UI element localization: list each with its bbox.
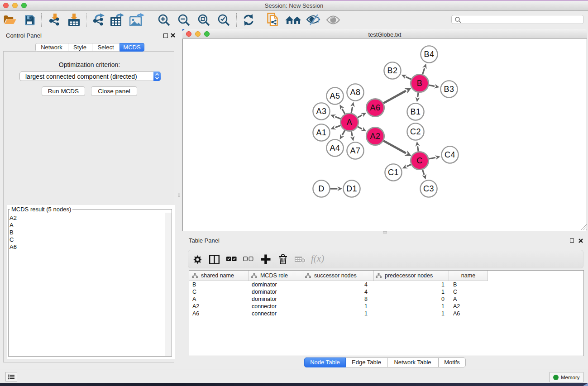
svg-text:C4: C4: [445, 150, 455, 159]
svg-text:A1: A1: [316, 128, 327, 137]
svg-text:C2: C2: [410, 127, 421, 136]
svg-text:B3: B3: [444, 85, 454, 94]
svg-text:C3: C3: [423, 184, 434, 193]
svg-text:B4: B4: [424, 50, 435, 59]
svg-text:B2: B2: [387, 66, 398, 75]
svg-text:A7: A7: [350, 146, 361, 155]
svg-text:A: A: [347, 118, 352, 127]
svg-text:A3: A3: [316, 107, 327, 116]
svg-text:A2: A2: [370, 132, 381, 141]
svg-text:A4: A4: [330, 143, 340, 152]
svg-text:B1: B1: [411, 107, 421, 116]
svg-text:D1: D1: [346, 184, 357, 193]
svg-text:A8: A8: [350, 88, 361, 97]
svg-text:B: B: [417, 79, 422, 88]
svg-text:D: D: [318, 184, 324, 193]
svg-text:A6: A6: [370, 103, 381, 112]
svg-text:C: C: [416, 156, 422, 165]
svg-text:C1: C1: [388, 168, 399, 177]
svg-text:A5: A5: [330, 91, 340, 100]
